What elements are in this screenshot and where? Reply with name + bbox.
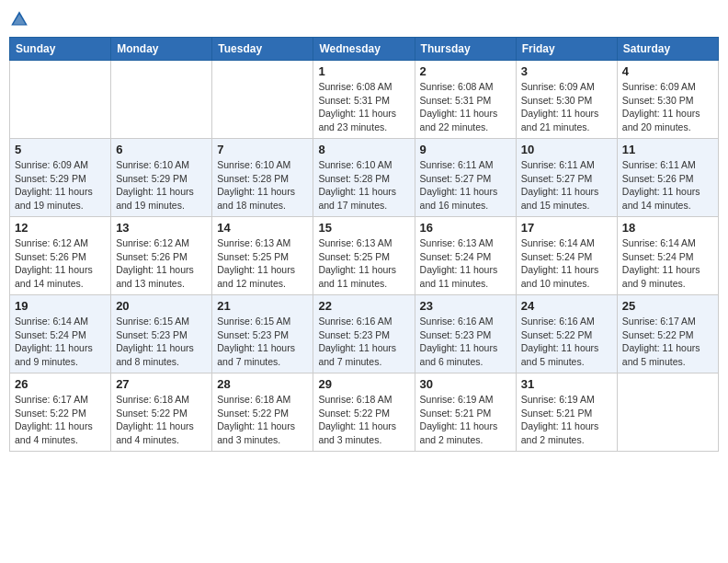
calendar-cell: 7Sunrise: 6:10 AM Sunset: 5:28 PM Daylig… (212, 139, 313, 217)
day-number: 9 (420, 143, 511, 156)
calendar-cell: 25Sunrise: 6:17 AM Sunset: 5:22 PM Dayli… (617, 295, 718, 373)
day-info: Sunrise: 6:12 AM Sunset: 5:26 PM Dayligh… (116, 236, 207, 291)
day-number: 14 (217, 221, 308, 235)
logo (9, 9, 33, 29)
day-number: 7 (217, 143, 308, 156)
calendar-cell: 2Sunrise: 6:08 AM Sunset: 5:31 PM Daylig… (415, 61, 516, 139)
day-info: Sunrise: 6:17 AM Sunset: 5:22 PM Dayligh… (622, 315, 713, 369)
day-number: 18 (622, 221, 713, 235)
day-info: Sunrise: 6:14 AM Sunset: 5:24 PM Dayligh… (15, 315, 106, 369)
day-number: 20 (116, 299, 207, 313)
day-number: 27 (116, 377, 207, 391)
weekday-header-thursday: Thursday (415, 38, 516, 61)
calendar-cell: 5Sunrise: 6:09 AM Sunset: 5:29 PM Daylig… (10, 139, 111, 217)
day-number: 1 (318, 64, 409, 78)
calendar-cell: 20Sunrise: 6:15 AM Sunset: 5:23 PM Dayli… (111, 295, 212, 373)
calendar-cell: 11Sunrise: 6:11 AM Sunset: 5:26 PM Dayli… (617, 139, 718, 217)
day-info: Sunrise: 6:14 AM Sunset: 5:24 PM Dayligh… (521, 236, 612, 291)
day-number: 19 (15, 299, 106, 313)
day-number: 2 (420, 64, 511, 78)
day-info: Sunrise: 6:08 AM Sunset: 5:31 PM Dayligh… (318, 80, 409, 134)
calendar-cell: 17Sunrise: 6:14 AM Sunset: 5:24 PM Dayli… (516, 217, 617, 295)
day-number: 21 (217, 299, 308, 313)
day-info: Sunrise: 6:15 AM Sunset: 5:23 PM Dayligh… (116, 315, 207, 369)
day-info: Sunrise: 6:10 AM Sunset: 5:29 PM Dayligh… (116, 158, 207, 213)
logo-icon (9, 9, 29, 29)
weekday-header-wednesday: Wednesday (313, 38, 415, 61)
calendar-week-row: 19Sunrise: 6:14 AM Sunset: 5:24 PM Dayli… (10, 295, 719, 373)
day-info: Sunrise: 6:18 AM Sunset: 5:22 PM Dayligh… (318, 393, 409, 447)
day-number: 28 (217, 377, 308, 391)
day-number: 4 (622, 64, 713, 78)
day-info: Sunrise: 6:12 AM Sunset: 5:26 PM Dayligh… (15, 236, 106, 291)
day-info: Sunrise: 6:11 AM Sunset: 5:27 PM Dayligh… (420, 158, 511, 213)
calendar-cell: 31Sunrise: 6:19 AM Sunset: 5:21 PM Dayli… (516, 373, 617, 452)
day-info: Sunrise: 6:19 AM Sunset: 5:21 PM Dayligh… (521, 393, 612, 447)
day-number: 25 (622, 299, 713, 313)
day-number: 17 (521, 221, 612, 235)
calendar-cell (212, 61, 313, 139)
day-info: Sunrise: 6:19 AM Sunset: 5:21 PM Dayligh… (420, 393, 511, 447)
day-info: Sunrise: 6:18 AM Sunset: 5:22 PM Dayligh… (217, 393, 308, 447)
day-number: 10 (521, 143, 612, 156)
calendar-week-row: 5Sunrise: 6:09 AM Sunset: 5:29 PM Daylig… (10, 139, 719, 217)
weekday-header-saturday: Saturday (617, 38, 718, 61)
calendar-cell: 18Sunrise: 6:14 AM Sunset: 5:24 PM Dayli… (617, 217, 718, 295)
day-info: Sunrise: 6:09 AM Sunset: 5:30 PM Dayligh… (622, 80, 713, 134)
day-info: Sunrise: 6:13 AM Sunset: 5:24 PM Dayligh… (420, 236, 511, 291)
day-info: Sunrise: 6:13 AM Sunset: 5:25 PM Dayligh… (318, 236, 409, 291)
day-number: 30 (420, 377, 511, 391)
weekday-header-sunday: Sunday (10, 38, 111, 61)
day-number: 11 (622, 143, 713, 156)
calendar-table: SundayMondayTuesdayWednesdayThursdayFrid… (9, 37, 719, 452)
day-number: 3 (521, 64, 612, 78)
day-number: 31 (521, 377, 612, 391)
calendar-cell: 19Sunrise: 6:14 AM Sunset: 5:24 PM Dayli… (10, 295, 111, 373)
day-number: 12 (15, 221, 106, 235)
calendar-cell: 8Sunrise: 6:10 AM Sunset: 5:28 PM Daylig… (313, 139, 415, 217)
calendar-week-row: 1Sunrise: 6:08 AM Sunset: 5:31 PM Daylig… (10, 61, 719, 139)
day-info: Sunrise: 6:11 AM Sunset: 5:26 PM Dayligh… (622, 158, 713, 213)
day-info: Sunrise: 6:16 AM Sunset: 5:23 PM Dayligh… (420, 315, 511, 369)
day-info: Sunrise: 6:18 AM Sunset: 5:22 PM Dayligh… (116, 393, 207, 447)
calendar-cell (617, 373, 718, 452)
calendar-cell: 30Sunrise: 6:19 AM Sunset: 5:21 PM Dayli… (415, 373, 516, 452)
calendar-cell: 3Sunrise: 6:09 AM Sunset: 5:30 PM Daylig… (516, 61, 617, 139)
weekday-header-friday: Friday (516, 38, 617, 61)
page-header (9, 9, 719, 29)
day-info: Sunrise: 6:08 AM Sunset: 5:31 PM Dayligh… (420, 80, 511, 134)
day-number: 16 (420, 221, 511, 235)
day-number: 13 (116, 221, 207, 235)
calendar-cell: 27Sunrise: 6:18 AM Sunset: 5:22 PM Dayli… (111, 373, 212, 452)
calendar-cell: 1Sunrise: 6:08 AM Sunset: 5:31 PM Daylig… (313, 61, 415, 139)
day-number: 5 (15, 143, 106, 156)
calendar-cell: 24Sunrise: 6:16 AM Sunset: 5:22 PM Dayli… (516, 295, 617, 373)
day-number: 24 (521, 299, 612, 313)
day-number: 29 (318, 377, 409, 391)
day-info: Sunrise: 6:09 AM Sunset: 5:30 PM Dayligh… (521, 80, 612, 134)
day-info: Sunrise: 6:14 AM Sunset: 5:24 PM Dayligh… (622, 236, 713, 291)
calendar-cell: 12Sunrise: 6:12 AM Sunset: 5:26 PM Dayli… (10, 217, 111, 295)
calendar-cell: 16Sunrise: 6:13 AM Sunset: 5:24 PM Dayli… (415, 217, 516, 295)
calendar-cell: 28Sunrise: 6:18 AM Sunset: 5:22 PM Dayli… (212, 373, 313, 452)
day-number: 8 (318, 143, 409, 156)
calendar-cell: 4Sunrise: 6:09 AM Sunset: 5:30 PM Daylig… (617, 61, 718, 139)
calendar-week-row: 26Sunrise: 6:17 AM Sunset: 5:22 PM Dayli… (10, 373, 719, 452)
day-info: Sunrise: 6:13 AM Sunset: 5:25 PM Dayligh… (217, 236, 308, 291)
calendar-cell: 21Sunrise: 6:15 AM Sunset: 5:23 PM Dayli… (212, 295, 313, 373)
calendar-cell: 14Sunrise: 6:13 AM Sunset: 5:25 PM Dayli… (212, 217, 313, 295)
day-info: Sunrise: 6:11 AM Sunset: 5:27 PM Dayligh… (521, 158, 612, 213)
calendar-cell: 23Sunrise: 6:16 AM Sunset: 5:23 PM Dayli… (415, 295, 516, 373)
day-number: 23 (420, 299, 511, 313)
day-number: 26 (15, 377, 106, 391)
day-info: Sunrise: 6:10 AM Sunset: 5:28 PM Dayligh… (318, 158, 409, 213)
calendar-cell: 15Sunrise: 6:13 AM Sunset: 5:25 PM Dayli… (313, 217, 415, 295)
calendar-header-row: SundayMondayTuesdayWednesdayThursdayFrid… (10, 38, 719, 61)
day-number: 15 (318, 221, 409, 235)
weekday-header-monday: Monday (111, 38, 212, 61)
calendar-cell: 6Sunrise: 6:10 AM Sunset: 5:29 PM Daylig… (111, 139, 212, 217)
calendar-cell: 9Sunrise: 6:11 AM Sunset: 5:27 PM Daylig… (415, 139, 516, 217)
calendar-cell: 29Sunrise: 6:18 AM Sunset: 5:22 PM Dayli… (313, 373, 415, 452)
calendar-cell: 22Sunrise: 6:16 AM Sunset: 5:23 PM Dayli… (313, 295, 415, 373)
day-info: Sunrise: 6:16 AM Sunset: 5:22 PM Dayligh… (521, 315, 612, 369)
